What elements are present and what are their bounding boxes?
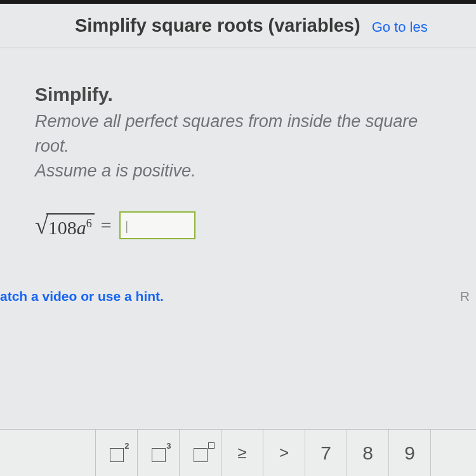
answer-input[interactable]: | [119,211,195,239]
key-gte[interactable]: ≥ [221,430,263,476]
radicand: 108a6 [46,213,95,238]
go-to-lesson-link[interactable]: Go to les [372,19,428,36]
superscript-box-icon [208,442,215,449]
coefficient: 108 [48,217,77,238]
prompt-instruction-1: Remove all perfect squares from inside t… [35,109,456,159]
placeholder-box-icon: 3 [152,448,166,462]
hint-row: atch a video or use a hint. R [0,289,476,304]
exponent: 6 [86,217,92,230]
key-power[interactable] [180,430,221,476]
key-gt[interactable]: > [263,430,305,476]
prompt-variable: a [102,161,111,180]
key-squared[interactable]: 2 [96,430,138,476]
watch-video-hint-link[interactable]: atch a video or use a hint. [0,289,164,304]
math-expression-row: √ 108a6 = | [35,211,456,239]
input-cursor: | [126,218,128,233]
question-content: Simplify. Remove all perfect squares fro… [0,48,476,304]
placeholder-box-icon [194,448,208,462]
prompt-heading: Simplify. [35,84,456,105]
report-link[interactable]: R [460,289,470,304]
key-9[interactable]: 9 [389,430,431,476]
variable: a [77,217,86,238]
prompt-suffix: is positive. [111,161,196,180]
superscript-label: 2 [124,441,129,451]
equals-sign: = [101,215,112,236]
page-header: Simplify square roots (variables) Go to … [0,4,476,48]
prompt-instruction-2: Assume a is positive. [35,159,456,183]
superscript-label: 3 [166,441,171,451]
toolbar-spacer [0,430,96,476]
key-8[interactable]: 8 [347,430,389,476]
placeholder-box-icon: 2 [110,448,124,462]
math-input-toolbar: 2 3 ≥ > 7 8 9 [0,429,476,476]
square-root-expression: √ 108a6 [35,213,95,238]
prompt-prefix: Assume [35,161,102,180]
key-cubed[interactable]: 3 [138,430,180,476]
page-title: Simplify square roots (variables) [75,15,360,36]
key-7[interactable]: 7 [305,430,347,476]
